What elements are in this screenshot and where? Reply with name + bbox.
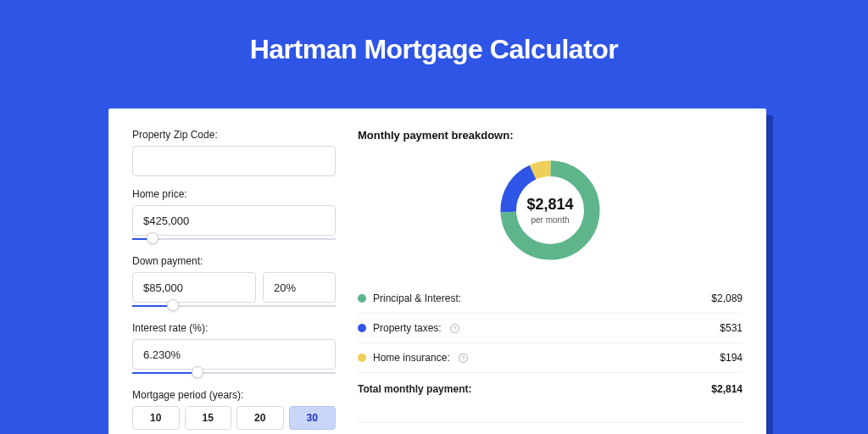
down-payment-field: Down payment: <box>132 255 336 310</box>
legend-dot <box>358 294 366 303</box>
down-payment-label: Down payment: <box>132 255 336 267</box>
breakdown-column: Monthly payment breakdown: $2,814 per mo… <box>358 129 743 434</box>
interest-rate-input[interactable] <box>132 339 336 370</box>
slider-thumb[interactable] <box>167 299 179 311</box>
page-title: Hartman Mortgage Calculator <box>0 0 868 89</box>
legend-label: Property taxes: <box>373 322 442 334</box>
donut-sub: per month <box>526 215 573 225</box>
slider-thumb[interactable] <box>147 232 159 244</box>
form-column: Property Zip Code: Home price: Down paym… <box>132 129 336 434</box>
info-icon[interactable]: ? <box>459 353 468 363</box>
period-option-20[interactable]: 20 <box>236 406 284 430</box>
slider-fill <box>132 372 198 374</box>
slider-track <box>132 238 336 240</box>
amortization-section: Amortization for mortgage loan Amortizat… <box>358 422 743 434</box>
legend-value: $194 <box>720 352 743 364</box>
slider-thumb[interactable] <box>192 366 203 378</box>
period-option-30[interactable]: 30 <box>289 406 337 430</box>
mortgage-period-label: Mortgage period (years): <box>132 389 336 401</box>
home-price-label: Home price: <box>132 188 336 200</box>
home-price-slider[interactable] <box>132 235 336 243</box>
legend-list: Principal & Interest:$2,089Property taxe… <box>358 284 743 373</box>
total-value: $2,814 <box>711 383 743 395</box>
total-label: Total monthly payment: <box>358 383 471 395</box>
zip-label: Property Zip Code: <box>132 129 336 141</box>
down-payment-input[interactable] <box>132 272 256 303</box>
legend-dot <box>358 324 366 332</box>
interest-rate-slider[interactable] <box>132 369 336 377</box>
zip-field: Property Zip Code: <box>132 129 336 176</box>
legend-row: Principal & Interest:$2,089 <box>358 284 743 314</box>
legend-value: $2,089 <box>711 292 743 304</box>
home-price-input[interactable] <box>132 205 336 236</box>
legend-label: Principal & Interest: <box>373 292 461 304</box>
legend-row: Home insurance:?$194 <box>358 343 743 373</box>
interest-rate-field: Interest rate (%): <box>132 322 336 377</box>
home-price-field: Home price: <box>132 188 336 243</box>
donut-chart: $2,814 per month <box>358 155 743 265</box>
legend-label: Home insurance: <box>373 352 450 364</box>
down-payment-pct-input[interactable] <box>263 272 336 303</box>
legend-row: Property taxes:?$531 <box>358 314 743 343</box>
breakdown-title: Monthly payment breakdown: <box>358 129 743 142</box>
zip-input[interactable] <box>132 146 336 176</box>
period-option-15[interactable]: 15 <box>185 406 232 430</box>
mortgage-period-field: Mortgage period (years): 10152030 <box>132 389 336 430</box>
legend-value: $531 <box>720 322 743 334</box>
total-row: Total monthly payment: $2,814 <box>358 373 743 403</box>
period-options: 10152030 <box>132 406 336 430</box>
legend-dot <box>358 353 366 362</box>
info-icon[interactable]: ? <box>450 324 459 333</box>
donut-amount: $2,814 <box>526 196 573 214</box>
calculator-card: Property Zip Code: Home price: Down paym… <box>108 108 766 434</box>
period-option-10[interactable]: 10 <box>132 406 180 430</box>
donut-center: $2,814 per month <box>526 196 573 225</box>
interest-rate-label: Interest rate (%): <box>132 322 336 334</box>
down-payment-slider[interactable] <box>132 302 336 310</box>
